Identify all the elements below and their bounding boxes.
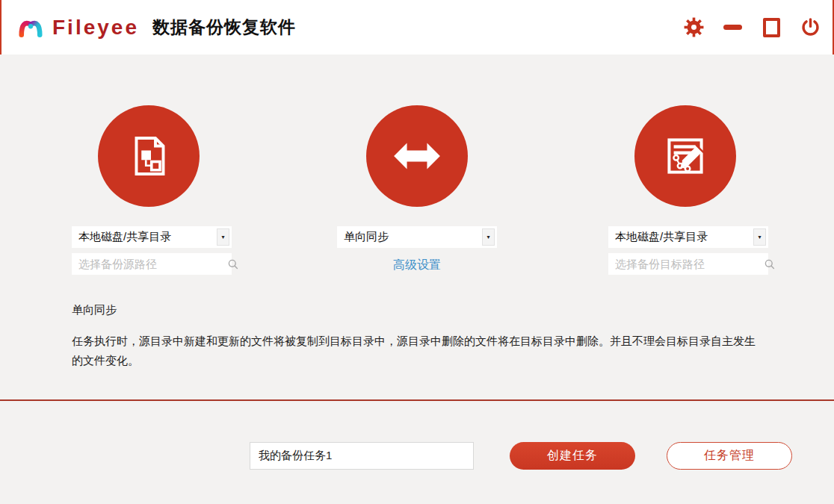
task-manage-button[interactable]: 任务管理 (667, 442, 792, 470)
create-task-button[interactable]: 创建任务 (510, 442, 635, 470)
minimize-icon[interactable] (722, 17, 743, 38)
source-type-value: 本地磁盘/共享目录 (72, 230, 217, 244)
chevron-down-icon[interactable]: ▾ (753, 228, 766, 246)
target-type-select[interactable]: 本地磁盘/共享目录 ▾ (608, 226, 768, 248)
sync-mode-description: 任务执行时，源目录中新建和更新的文件将被复制到目标目录中，源目录中删除的文件将在… (72, 332, 758, 370)
power-icon[interactable] (800, 17, 821, 38)
edit-note-icon (658, 128, 713, 184)
advanced-settings-link[interactable]: 高级设置 (337, 258, 497, 273)
chevron-down-icon[interactable]: ▾ (482, 228, 495, 246)
source-path-field (72, 253, 232, 275)
window-controls (683, 0, 821, 55)
sync-circle (366, 105, 468, 207)
brand-name: Fileyee (52, 16, 139, 40)
search-icon[interactable] (764, 258, 776, 270)
task-name-input[interactable] (250, 442, 474, 470)
title-bar: Fileyee 数据备份恢复软件 (0, 0, 834, 55)
app-title: 数据备份恢复软件 (152, 16, 296, 39)
target-circle (634, 105, 736, 207)
chevron-down-icon[interactable]: ▾ (217, 228, 229, 246)
source-path-input[interactable] (72, 253, 227, 275)
red-divider (0, 399, 834, 401)
source-type-select[interactable]: 本地磁盘/共享目录 ▾ (72, 226, 232, 248)
target-path-field (608, 253, 768, 275)
gear-icon[interactable] (683, 17, 704, 38)
source-circle (98, 105, 200, 207)
fileyee-logo-icon (15, 12, 46, 43)
target-path-input[interactable] (608, 253, 764, 275)
double-arrow-icon (389, 128, 445, 184)
target-type-value: 本地磁盘/共享目录 (608, 230, 753, 244)
document-structure-icon (122, 129, 176, 183)
sync-mode-title: 单向同步 (72, 303, 117, 317)
sync-mode-value: 单向同步 (337, 230, 482, 244)
sync-mode-select[interactable]: 单向同步 ▾ (337, 226, 497, 248)
maximize-icon[interactable] (761, 17, 782, 38)
search-icon[interactable] (227, 258, 239, 270)
